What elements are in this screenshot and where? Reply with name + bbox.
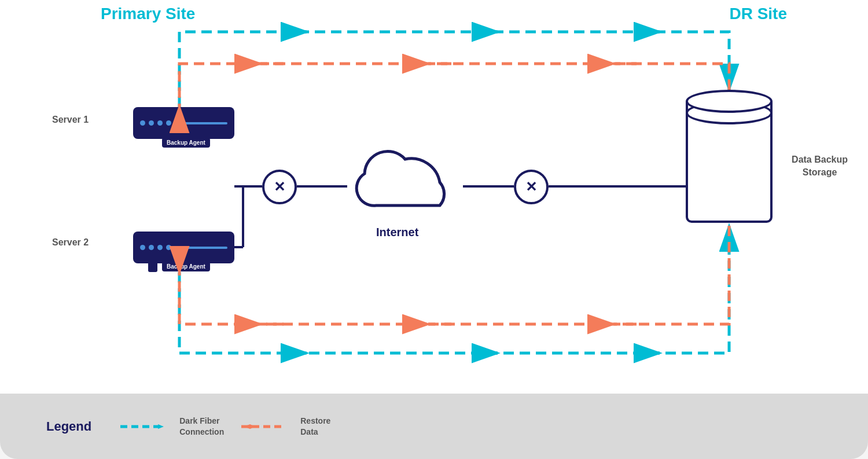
server1-dot2 <box>149 120 154 126</box>
server1-dot3 <box>157 120 163 126</box>
cloud-svg <box>347 148 463 223</box>
backup-agent-1: Backup Agent <box>162 138 210 148</box>
server1-label: Server 1 <box>52 115 89 125</box>
dr-site-label: DR Site <box>729 5 787 23</box>
svg-marker-16 <box>244 424 250 429</box>
top-orange-line <box>179 64 729 107</box>
main-diagram-area: Primary Site DR Site Server 1 Backup Age… <box>0 0 868 394</box>
top-cyan-line <box>179 32 729 107</box>
server2-dot4 <box>166 245 171 250</box>
svg-marker-13 <box>158 424 164 429</box>
legend-orange-label: RestoreData <box>300 416 330 436</box>
server2-label: Server 2 <box>52 237 89 248</box>
server2-dot2 <box>149 245 154 250</box>
legend-orange-dash-icon <box>241 423 293 431</box>
bottom-cyan-line <box>179 226 729 353</box>
server2-dot3 <box>157 245 163 250</box>
bottom-orange-line <box>179 226 729 324</box>
server2-usb <box>148 262 157 272</box>
legend-cyan-label: Dark FiberConnection <box>179 416 224 436</box>
server2-box <box>133 232 234 263</box>
router-left: ✕ <box>262 170 297 204</box>
legend-item-orange: RestoreData <box>241 416 330 436</box>
cloud-container <box>347 148 463 223</box>
cylinder-top <box>686 90 773 113</box>
storage-cylinder <box>686 90 773 223</box>
server1-dot4 <box>166 120 171 126</box>
server1-dot1 <box>140 120 145 126</box>
primary-site-label: Primary Site <box>101 5 195 23</box>
server2-line <box>175 247 227 249</box>
router-right-icon: ✕ <box>525 179 537 195</box>
server1-box <box>133 107 234 139</box>
legend-item-cyan: Dark FiberConnection <box>120 416 224 436</box>
router-left-icon: ✕ <box>274 179 285 195</box>
legend-area: Legend Dark FiberConnection RestoreData <box>0 394 868 459</box>
backup-agent-2: Backup Agent <box>162 262 210 271</box>
router-right: ✕ <box>514 170 549 204</box>
internet-label: Internet <box>376 226 418 239</box>
data-backup-label: Data BackupStorage <box>792 153 848 179</box>
server1-line <box>175 122 227 124</box>
legend-title: Legend <box>46 419 91 434</box>
legend-cyan-dash-icon <box>120 423 172 431</box>
server2-dot1 <box>140 245 145 250</box>
svg-marker-15 <box>250 424 256 429</box>
